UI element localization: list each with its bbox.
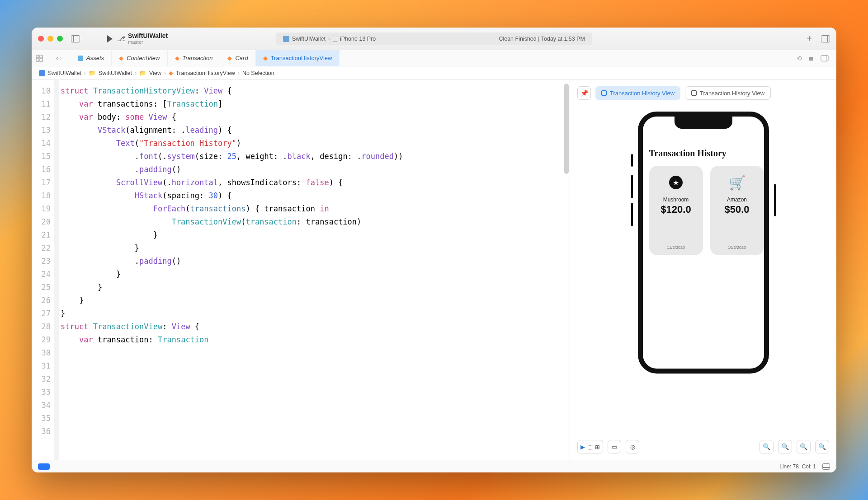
swift-file-icon: ◆ <box>119 55 123 61</box>
breadcrumb-item[interactable]: SwiftUIWallet <box>99 70 132 76</box>
chevron-right-icon: › <box>135 70 137 76</box>
tab-label: Assets <box>86 55 104 61</box>
phone-mute-switch <box>631 154 633 167</box>
minimize-window-button[interactable] <box>47 36 53 42</box>
svg-rect-1 <box>40 55 42 58</box>
xcode-window: ⎇ SwiftUIWallet master SwiftUIWallet › i… <box>32 28 836 472</box>
activity-status-bar[interactable]: SwiftUIWallet › iPhone 13 Pro Clean Fini… <box>276 33 592 45</box>
transaction-cards-row[interactable]: ★Mushroom$120.011/2/2020🛒Amazon$50.010/2… <box>649 166 764 255</box>
folder-icon: 📁 <box>89 70 96 76</box>
breadcrumb-item[interactable]: TransactionHistoryView <box>176 70 235 76</box>
merchant-label: Amazon <box>727 196 747 203</box>
pin-preview-button[interactable]: 📌 <box>577 86 591 100</box>
file-tab[interactable]: ◆TransactionHistoryView <box>256 50 340 66</box>
source-editor[interactable]: 1011121314151617181920212223242526272829… <box>32 80 570 460</box>
svg-rect-2 <box>36 59 39 61</box>
zoom-out-button[interactable]: 🔍 <box>760 440 774 453</box>
canvas-tab-bar: 📌 Transaction History View Transaction H… <box>570 80 836 106</box>
preview-icon <box>691 90 697 96</box>
refresh-icon[interactable]: ⟲ <box>797 55 802 62</box>
fold-ribbon[interactable] <box>54 80 59 460</box>
star-badge-icon: ★ <box>668 175 684 190</box>
phone-notch <box>675 117 732 129</box>
canvas-tab-active[interactable]: Transaction History View <box>595 86 680 100</box>
swift-file-icon: ◆ <box>169 70 173 76</box>
breadcrumb-item[interactable]: SwiftUIWallet <box>48 70 81 76</box>
related-items-button[interactable] <box>32 50 47 66</box>
device-icon <box>333 36 337 42</box>
toggle-debug-area-button[interactable] <box>822 463 830 470</box>
code-area[interactable]: struct TransactionHistoryView: View { va… <box>59 80 570 460</box>
main-split: 1011121314151617181920212223242526272829… <box>32 80 836 460</box>
svg-rect-0 <box>36 55 39 58</box>
close-window-button[interactable] <box>38 36 44 42</box>
scheme-selector[interactable]: SwiftUIWallet master <box>128 33 168 45</box>
fullscreen-window-button[interactable] <box>57 36 63 42</box>
branch-icon: ⎇ <box>117 34 125 43</box>
history-forward-button[interactable]: › <box>59 54 61 62</box>
titlebar: ⎇ SwiftUIWallet master SwiftUIWallet › i… <box>32 28 836 50</box>
status-bar: Line: 78 Col: 1 <box>32 460 836 472</box>
line-gutter: 1011121314151617181920212223242526272829… <box>32 80 54 460</box>
breadcrumb-item[interactable]: View <box>149 70 161 76</box>
cart-icon: 🛒 <box>729 175 745 190</box>
swift-file-icon: ◆ <box>227 55 232 61</box>
folder-icon: 📁 <box>139 70 146 76</box>
canvas-tab-label: Transaction History View <box>610 90 675 97</box>
history-nav: ‹ › <box>47 50 71 66</box>
phone-power-button <box>774 184 776 216</box>
history-back-button[interactable]: ‹ <box>56 54 58 62</box>
library-button[interactable]: + <box>807 33 812 44</box>
zoom-fit-button[interactable]: 🔍 <box>797 440 811 453</box>
branch-name: master <box>128 39 168 45</box>
transaction-card[interactable]: 🛒Amazon$50.010/2/2020 <box>710 166 764 255</box>
swift-file-icon: ◆ <box>263 55 268 61</box>
cursor-position: Line: 78 Col: 1 <box>779 463 816 470</box>
zoom-actual-button[interactable]: 🔍 <box>778 440 792 453</box>
device-settings-button[interactable]: ▭ <box>608 440 621 453</box>
toggle-left-sidebar-button[interactable] <box>71 35 80 42</box>
chevron-right-icon: › <box>164 70 166 76</box>
tab-label: Transaction <box>183 55 213 61</box>
merchant-label: Mushroom <box>663 196 689 203</box>
scrollbar-thumb[interactable] <box>564 84 569 174</box>
live-preview-button[interactable]: ▶⬚⊞ <box>577 440 603 453</box>
preview-canvas: 📌 Transaction History View Transaction H… <box>570 80 836 460</box>
window-controls <box>38 36 63 42</box>
toggle-right-sidebar-button[interactable] <box>821 35 830 42</box>
date-label: 10/2/2020 <box>728 245 746 250</box>
debug-indicator[interactable] <box>38 463 50 470</box>
adjust-editor-button[interactable]: ≣ <box>808 55 814 62</box>
chevron-right-icon: › <box>328 36 330 42</box>
build-status-text: Clean Finished | Today at 1:53 PM <box>499 36 585 42</box>
file-tab[interactable]: ◆Transaction <box>168 50 221 66</box>
scheme-device: iPhone 13 Pro <box>340 36 376 42</box>
run-button[interactable] <box>107 35 113 42</box>
toggle-canvas-button[interactable] <box>821 55 829 61</box>
file-tab[interactable]: Assets <box>71 50 112 66</box>
jump-bar[interactable]: SwiftUIWallet › 📁 SwiftUIWallet › 📁 View… <box>32 66 836 80</box>
canvas-viewport[interactable]: Transaction History ★Mushroom$120.011/2/… <box>570 106 836 460</box>
tab-bar: ‹ › Assets◆ContentView◆Transaction◆Card◆… <box>32 50 836 66</box>
file-tab[interactable]: ◆Card <box>220 50 255 66</box>
app-preview-content: Transaction History ★Mushroom$120.011/2/… <box>643 117 764 255</box>
project-name: SwiftUIWallet <box>128 33 168 39</box>
date-label: 11/2/2020 <box>667 245 685 250</box>
zoom-in-button[interactable]: 🔍 <box>815 440 829 453</box>
phone-volume-down <box>631 203 633 226</box>
canvas-tab-inactive[interactable]: Transaction History View <box>685 86 771 100</box>
breadcrumb-item[interactable]: No Selection <box>242 70 274 76</box>
phone-volume-up <box>631 175 633 198</box>
chevron-right-icon: › <box>84 70 86 76</box>
device-preview[interactable]: Transaction History ★Mushroom$120.011/2/… <box>638 112 769 374</box>
canvas-toolbar: ▶⬚⊞ ▭ ◎ 🔍 🔍 🔍 🔍 <box>577 440 829 453</box>
preview-title: Transaction History <box>649 148 764 159</box>
file-tab[interactable]: ◆ContentView <box>112 50 167 66</box>
app-icon <box>283 36 289 42</box>
project-icon <box>39 70 45 76</box>
assets-icon <box>78 56 83 61</box>
amount-label: $120.0 <box>660 204 691 215</box>
transaction-card[interactable]: ★Mushroom$120.011/2/2020 <box>649 166 703 255</box>
preview-variants-button[interactable]: ◎ <box>626 440 639 453</box>
chevron-right-icon: › <box>238 70 240 76</box>
